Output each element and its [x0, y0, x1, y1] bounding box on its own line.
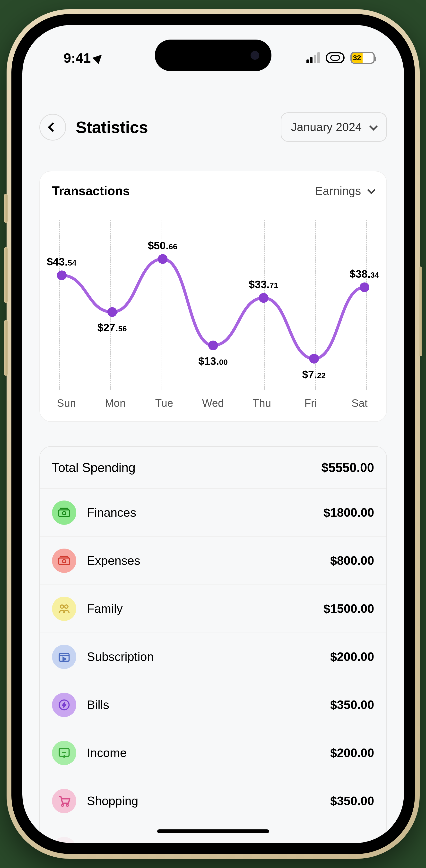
spending-header: Total Spending $5550.00	[40, 446, 387, 488]
svg-rect-9	[59, 558, 69, 565]
back-button[interactable]	[39, 114, 66, 141]
cart-icon	[52, 837, 76, 843]
power-button	[419, 267, 422, 356]
side-button	[4, 194, 7, 223]
hotspot-icon	[325, 52, 345, 63]
svg-point-16	[61, 804, 63, 806]
phone-frame: 9:41 32	[6, 9, 420, 859]
category-name: Finances	[87, 506, 136, 520]
category-value: $800.00	[330, 554, 374, 568]
category-value: $350.00	[330, 794, 374, 808]
axis-label: Mon	[103, 397, 127, 409]
family-icon	[52, 597, 76, 621]
income-icon	[52, 741, 76, 765]
category-value: $1800.00	[323, 506, 374, 520]
home-indicator[interactable]	[157, 829, 269, 833]
svg-point-5	[309, 354, 319, 364]
cart-icon	[52, 789, 76, 813]
signal-icon	[307, 52, 320, 63]
chevron-left-icon	[48, 122, 58, 132]
category-value: $350.00	[330, 842, 374, 843]
category-row[interactable]: Bills$350.00	[40, 681, 387, 729]
spending-card: Total Spending $5550.00 Finances$1800.00…	[39, 446, 387, 843]
chart-point-label: $13.00	[198, 355, 228, 367]
chart-point-label: $27.56	[97, 321, 127, 334]
spending-header-value: $5550.00	[321, 460, 374, 475]
category-name: Subscription	[87, 650, 154, 664]
category-name: Income	[87, 746, 127, 760]
video-icon	[52, 645, 76, 669]
axis-label: Tue	[152, 397, 176, 409]
transactions-title: Transactions	[52, 184, 130, 198]
axis-label: Wed	[201, 397, 225, 409]
chart-point-label: $33.71	[249, 278, 278, 290]
svg-point-4	[259, 293, 268, 303]
svg-point-6	[360, 282, 369, 292]
chart-point-label: $7.22	[302, 369, 325, 381]
svg-point-2	[158, 254, 167, 264]
category-row[interactable]: Expenses$800.00	[40, 536, 387, 585]
chart-point-label: $43.54	[47, 256, 76, 268]
battery-icon: 32	[350, 52, 375, 64]
status-time: 9:41	[64, 50, 91, 66]
axis-label: Sun	[54, 397, 79, 409]
chart-axis: SunMonTueWedThuFriSat	[52, 390, 374, 412]
category-name: Expenses	[87, 554, 140, 568]
category-row[interactable]: Shopping$350.00	[40, 777, 387, 825]
month-selector-label: January 2024	[291, 120, 362, 134]
svg-point-10	[62, 560, 66, 563]
category-value: $350.00	[330, 698, 374, 712]
chart-point-label: $38.34	[350, 268, 379, 280]
category-name: Bills	[87, 698, 109, 712]
spending-header-label: Total Spending	[52, 460, 136, 475]
location-icon	[92, 52, 105, 64]
svg-point-12	[65, 605, 68, 608]
category-name: Shopping	[87, 794, 138, 808]
svg-point-1	[107, 307, 117, 317]
category-row[interactable]: Family$1500.00	[40, 585, 387, 632]
wallet-icon	[52, 549, 76, 573]
transactions-card: Transactions Earnings $43.54$27.56$50.66…	[39, 171, 387, 422]
category-row[interactable]: Income$200.00	[40, 729, 387, 777]
category-row[interactable]: Finances$1800.00	[40, 488, 387, 536]
transactions-filter-label: Earnings	[315, 184, 361, 197]
category-value: $200.00	[330, 746, 374, 760]
category-name: Shopping	[87, 842, 138, 843]
axis-label: Thu	[250, 397, 274, 409]
svg-point-17	[66, 804, 68, 806]
transactions-filter[interactable]: Earnings	[315, 184, 374, 197]
category-row[interactable]: Subscription$200.00	[40, 632, 387, 681]
category-row[interactable]: Shopping$350.00	[40, 825, 387, 843]
cash-icon	[52, 500, 76, 525]
chevron-down-icon	[367, 186, 375, 194]
page-title: Statistics	[76, 118, 148, 137]
dynamic-island	[155, 39, 272, 71]
svg-point-11	[60, 605, 64, 608]
page-header: Statistics January 2024	[39, 113, 387, 142]
chart-point-label: $50.66	[148, 240, 177, 252]
svg-point-8	[62, 512, 66, 515]
category-name: Family	[87, 602, 123, 616]
bolt-icon	[52, 693, 76, 717]
battery-label: 32	[353, 54, 361, 62]
month-selector[interactable]: January 2024	[281, 113, 387, 142]
svg-rect-7	[59, 510, 69, 517]
svg-point-3	[208, 341, 218, 350]
volume-down-button	[4, 320, 7, 376]
axis-label: Sat	[347, 397, 372, 409]
category-value: $200.00	[330, 650, 374, 664]
category-value: $1500.00	[323, 602, 374, 616]
svg-point-0	[57, 270, 66, 280]
axis-label: Fri	[299, 397, 323, 409]
transactions-chart: $43.54$27.56$50.66$13.00$33.71$7.22$38.3…	[52, 220, 374, 390]
volume-up-button	[4, 247, 7, 303]
chevron-down-icon	[369, 122, 378, 131]
